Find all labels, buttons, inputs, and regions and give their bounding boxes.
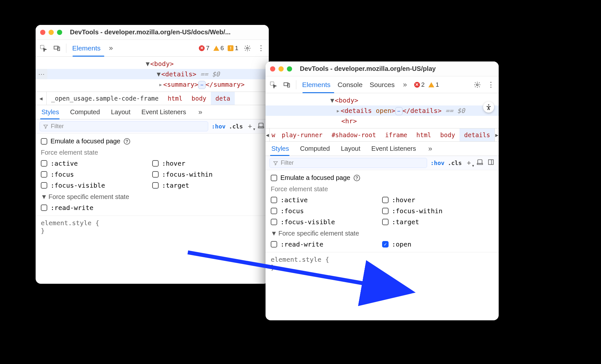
device-toolbar-icon[interactable]	[282, 80, 291, 89]
hov-toggle[interactable]: :hov	[211, 123, 225, 130]
collapsed-content-icon[interactable]: ⋯	[395, 107, 403, 115]
crumb-html[interactable]: html	[163, 95, 187, 102]
inspect-icon[interactable]	[269, 80, 278, 89]
breadcrumb-left-icon[interactable]: ◀	[266, 128, 270, 141]
error-badge[interactable]: ✕7	[199, 45, 210, 52]
element-style-block[interactable]: element.style { }	[36, 215, 269, 235]
svg-point-3	[246, 47, 248, 49]
state-focus-within-checkbox[interactable]	[382, 208, 389, 214]
state-hover-checkbox[interactable]	[152, 160, 159, 167]
subtab-layout[interactable]: Layout	[110, 108, 132, 116]
subtab-styles[interactable]: Styles	[270, 145, 290, 152]
svg-point-9	[476, 84, 478, 86]
state-focus-visible-checkbox[interactable]	[271, 219, 277, 225]
subtab-event-listeners[interactable]: Event Listeners	[140, 108, 187, 116]
inspect-icon[interactable]	[39, 44, 48, 53]
state-read-write-checkbox[interactable]	[41, 204, 47, 211]
state-hover-checkbox[interactable]	[382, 197, 389, 203]
more-tabs-icon[interactable]: »	[107, 44, 116, 53]
crumb-play-runner[interactable]: play-runner	[277, 131, 327, 138]
force-specific-toggle[interactable]: ▼Force specific element state	[41, 193, 264, 201]
filter-input[interactable]: Filter	[40, 121, 208, 131]
state-focus-checkbox[interactable]	[41, 171, 47, 178]
crumb-w[interactable]: w	[270, 131, 277, 138]
breadcrumb-left-icon[interactable]: ◀	[36, 92, 47, 105]
crumb-details[interactable]: details	[459, 128, 494, 141]
state-active-checkbox[interactable]	[41, 160, 47, 167]
warning-badge[interactable]: 1	[428, 81, 439, 88]
more-subtabs-icon[interactable]: »	[426, 144, 435, 153]
crumb-html[interactable]: html	[412, 131, 436, 138]
filter-input[interactable]: Filter	[269, 158, 427, 168]
settings-icon[interactable]	[473, 80, 482, 89]
minimize-window-icon[interactable]	[278, 66, 284, 72]
force-specific-toggle[interactable]: ▼Force specific element state	[271, 230, 493, 237]
collapsed-content-icon[interactable]: ⋯	[198, 81, 205, 89]
crumb-details[interactable]: deta	[211, 92, 235, 105]
line-handle-icon[interactable]: ⋯	[36, 69, 47, 79]
crumb-body[interactable]: body	[187, 95, 211, 102]
breadcrumb-right-icon[interactable]: ▶	[494, 128, 499, 141]
more-menu-icon[interactable]: ⋮	[256, 44, 266, 53]
state-target-checkbox[interactable]	[152, 182, 159, 189]
rendering-emulations-icon[interactable]	[257, 122, 265, 130]
rendering-emulations-icon[interactable]	[476, 159, 484, 167]
subtab-styles[interactable]: Styles	[40, 108, 60, 116]
filter-icon	[43, 124, 48, 129]
dom-tree[interactable]: ▼<body> ▸<details open>⋯</details> == $0…	[266, 93, 499, 128]
help-icon[interactable]: ?	[124, 138, 130, 145]
state-target-checkbox[interactable]	[382, 219, 389, 225]
warning-badge[interactable]: 6	[213, 45, 224, 52]
svg-rect-12	[477, 163, 483, 164]
tab-console[interactable]: Console	[336, 81, 364, 89]
state-active-checkbox[interactable]	[271, 197, 277, 203]
more-tabs-icon[interactable]: »	[401, 80, 410, 89]
devtools-toolbar: Elements » ✕7 6 !1 ⋮	[36, 40, 269, 57]
new-style-rule-icon[interactable]: +▾	[246, 122, 254, 131]
settings-icon[interactable]	[243, 44, 252, 53]
window-title: DevTools - developer.mozilla.org/en-US/p…	[300, 65, 436, 72]
issues-badge[interactable]: !1	[228, 45, 238, 52]
cls-toggle[interactable]: .cls	[229, 123, 243, 130]
close-window-icon[interactable]	[40, 30, 45, 35]
error-badge[interactable]: ✕2	[414, 81, 425, 88]
close-window-icon[interactable]	[270, 66, 275, 72]
emulate-focused-checkbox[interactable]	[41, 138, 47, 145]
emulate-focused-checkbox[interactable]	[271, 175, 277, 181]
state-open-checkbox[interactable]	[382, 241, 389, 248]
subtab-layout[interactable]: Layout	[340, 145, 362, 152]
force-state-heading: Force element state	[271, 185, 493, 193]
crumb-shadow-root[interactable]: #shadow-root	[327, 131, 380, 138]
hov-toggle[interactable]: :hov	[430, 160, 444, 166]
crumb-body[interactable]: body	[436, 131, 460, 138]
more-subtabs-icon[interactable]: »	[196, 108, 205, 117]
minimize-window-icon[interactable]	[49, 30, 54, 35]
dom-tree[interactable]: ▼<body> ⋯ ▼<details> == $0 ▸<summary>⋯</…	[36, 57, 269, 92]
tab-elements[interactable]: Elements	[71, 44, 102, 52]
element-style-block[interactable]: element.style { }	[266, 252, 499, 271]
subtab-event-listeners[interactable]: Event Listeners	[370, 145, 417, 152]
help-icon[interactable]: ?	[354, 175, 360, 181]
crumb-frame[interactable]: _open_usage.sample-code-frame	[47, 95, 163, 102]
svg-rect-11	[478, 160, 482, 164]
state-focus-checkbox[interactable]	[271, 208, 277, 214]
accessibility-icon[interactable]	[483, 102, 494, 113]
computed-sidebar-icon[interactable]	[487, 159, 495, 167]
tab-elements[interactable]: Elements	[301, 81, 332, 89]
subtab-computed[interactable]: Computed	[299, 145, 331, 152]
state-focus-within-checkbox[interactable]	[152, 171, 159, 178]
new-style-rule-icon[interactable]: +▾	[465, 159, 473, 167]
subtab-computed[interactable]: Computed	[69, 108, 101, 116]
tab-sources[interactable]: Sources	[369, 81, 396, 89]
svg-point-10	[488, 105, 489, 106]
crumb-iframe[interactable]: iframe	[380, 131, 412, 138]
state-read-write-checkbox[interactable]	[271, 241, 277, 248]
more-menu-icon[interactable]: ⋮	[486, 80, 495, 89]
device-toolbar-icon[interactable]	[52, 44, 62, 53]
styles-subtabs: Styles Computed Layout Event Listeners »	[36, 105, 269, 119]
zoom-window-icon[interactable]	[57, 30, 62, 35]
state-focus-visible-checkbox[interactable]	[41, 182, 47, 189]
styles-content: Emulate a focused page ? Force element s…	[36, 134, 269, 237]
zoom-window-icon[interactable]	[287, 66, 292, 72]
cls-toggle[interactable]: .cls	[448, 160, 462, 166]
